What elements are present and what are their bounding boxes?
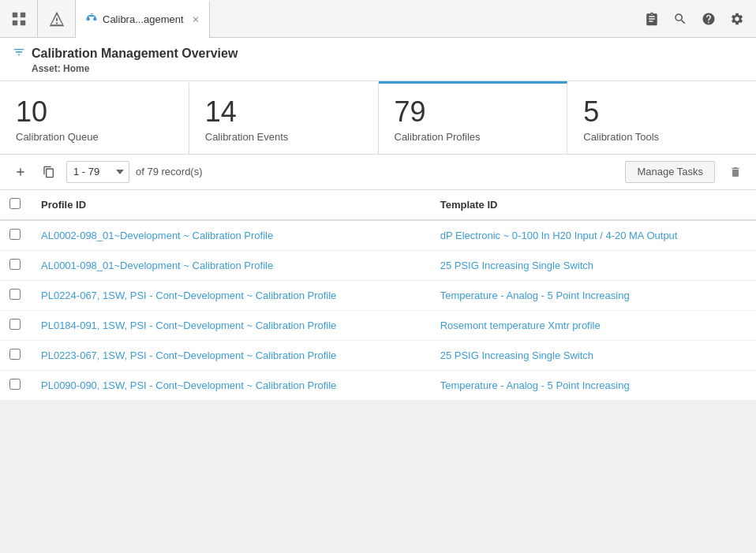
tools-label: Calibration Tools (583, 131, 740, 143)
add-button[interactable] (9, 161, 32, 183)
profile-id-cell: PL0224-067, 1SW, PSI - Cont~Development … (32, 280, 431, 310)
template-id-link[interactable]: Temperature - Analog - 5 Point Increasin… (440, 290, 630, 301)
queue-number: 10 (16, 96, 173, 128)
table-row: AL0002-098_01~Development ~ Calibration … (0, 220, 756, 251)
table-row: PL0184-091, 1SW, PSI - Cont~Development … (0, 310, 756, 340)
page-header: Calibration Management Overview Asset: H… (0, 38, 756, 81)
filter-icon (13, 46, 25, 62)
settings-icon-button[interactable] (724, 6, 750, 32)
row-checkbox[interactable] (9, 289, 21, 300)
table-row: PL0223-067, 1SW, PSI - Cont~Development … (0, 340, 756, 370)
template-id-cell: Temperature - Analog - 5 Point Increasin… (431, 370, 756, 400)
header-checkbox-col (0, 190, 32, 220)
manage-tasks-button[interactable]: Manage Tasks (625, 161, 715, 183)
profiles-label: Calibration Profiles (395, 131, 552, 143)
profiles-table: Profile ID Template ID AL0002-098_01~Dev… (0, 190, 756, 401)
row-checkbox[interactable] (9, 319, 21, 330)
top-bar-right (639, 6, 756, 32)
template-id-cell: dP Electronic ~ 0-100 In H20 Input / 4-2… (431, 220, 756, 251)
svg-rect-3 (20, 20, 24, 24)
summary-card-profiles[interactable]: 79 Calibration Profiles (379, 81, 568, 154)
record-count: of 79 record(s) (136, 166, 203, 177)
table-body: AL0002-098_01~Development ~ Calibration … (0, 220, 756, 401)
toolbar: 1 - 79 of 79 record(s) Manage Tasks (0, 155, 756, 190)
tab-label: Calibra...agement (103, 13, 184, 25)
search-icon-button[interactable] (668, 6, 693, 32)
template-id-link[interactable]: 25 PSIG Increasing Single Switch (440, 260, 593, 271)
events-label: Calibration Events (205, 131, 362, 143)
events-number: 14 (205, 96, 362, 128)
template-id-link[interactable]: Temperature - Analog - 5 Point Increasin… (440, 379, 630, 391)
asset-label: Asset: (32, 63, 61, 74)
top-bar: Calibra...agement ✕ (0, 0, 756, 38)
profile-id-cell: AL0001-098_01~Development ~ Calibration … (32, 250, 431, 280)
svg-rect-0 (12, 12, 17, 17)
template-id-cell: 25 PSIG Increasing Single Switch (431, 250, 756, 280)
template-id-cell: Rosemont temperature Xmtr profile (431, 310, 756, 340)
header-profile-id: Profile ID (32, 190, 431, 220)
summary-card-queue[interactable]: 10 Calibration Queue (0, 81, 189, 154)
template-id-link[interactable]: 25 PSIG Increasing Single Switch (440, 349, 593, 361)
profile-id-link[interactable]: PL0184-091, 1SW, PSI - Cont~Development … (41, 319, 336, 331)
record-range-select[interactable]: 1 - 79 (66, 161, 129, 183)
delete-button[interactable] (724, 161, 747, 183)
row-checkbox[interactable] (9, 259, 21, 270)
profile-id-link[interactable]: PL0223-067, 1SW, PSI - Cont~Development … (41, 349, 336, 361)
balance-icon (85, 12, 98, 27)
header-template-id: Template ID (431, 190, 756, 220)
table-row: PL0090-090, 1SW, PSI - Cont~Development … (0, 370, 756, 400)
template-id-cell: 25 PSIG Increasing Single Switch (431, 340, 756, 370)
tab-alert[interactable] (38, 0, 76, 38)
summary-card-events[interactable]: 14 Calibration Events (189, 81, 379, 154)
template-id-cell: Temperature - Analog - 5 Point Increasin… (431, 280, 756, 310)
summary-card-tools[interactable]: 5 Calibration Tools (567, 81, 756, 154)
asset-row: Asset: Home (32, 63, 743, 74)
profiles-table-container: Profile ID Template ID AL0002-098_01~Dev… (0, 190, 756, 401)
table-row: AL0001-098_01~Development ~ Calibration … (0, 250, 756, 280)
profile-id-cell: PL0184-091, 1SW, PSI - Cont~Development … (32, 310, 431, 340)
row-checkbox[interactable] (9, 379, 21, 390)
template-id-link[interactable]: dP Electronic ~ 0-100 In H20 Input / 4-2… (440, 230, 678, 241)
queue-label: Calibration Queue (16, 131, 173, 143)
profile-id-cell: PL0090-090, 1SW, PSI - Cont~Development … (32, 370, 431, 400)
profile-id-link[interactable]: PL0224-067, 1SW, PSI - Cont~Development … (41, 290, 336, 301)
template-id-link[interactable]: Rosemont temperature Xmtr profile (440, 319, 601, 331)
profile-id-link[interactable]: AL0001-098_01~Development ~ Calibration … (41, 260, 273, 271)
tab-calibration[interactable]: Calibra...agement ✕ (76, 0, 210, 38)
asset-value: Home (63, 63, 89, 74)
row-checkbox[interactable] (9, 229, 21, 240)
profile-id-cell: AL0002-098_01~Development ~ Calibration … (32, 220, 431, 251)
table-header-row: Profile ID Template ID (0, 190, 756, 220)
help-icon-button[interactable] (696, 6, 721, 32)
clipboard-icon-button[interactable] (639, 6, 664, 32)
svg-rect-2 (12, 20, 17, 24)
page-title: Calibration Management Overview (32, 47, 238, 61)
profiles-number: 79 (395, 96, 552, 128)
summary-cards: 10 Calibration Queue 14 Calibration Even… (0, 81, 756, 155)
tab-close-button[interactable]: ✕ (192, 14, 200, 25)
profile-id-cell: PL0223-067, 1SW, PSI - Cont~Development … (32, 340, 431, 370)
profile-id-link[interactable]: PL0090-090, 1SW, PSI - Cont~Development … (41, 379, 336, 391)
svg-rect-1 (20, 12, 24, 17)
tab-grid[interactable] (0, 0, 38, 38)
tools-number: 5 (583, 96, 740, 128)
row-checkbox[interactable] (9, 349, 21, 360)
clone-button[interactable] (38, 161, 60, 183)
table-row: PL0224-067, 1SW, PSI - Cont~Development … (0, 280, 756, 310)
select-all-checkbox[interactable] (9, 198, 21, 209)
profile-id-link[interactable]: AL0002-098_01~Development ~ Calibration … (41, 230, 273, 241)
